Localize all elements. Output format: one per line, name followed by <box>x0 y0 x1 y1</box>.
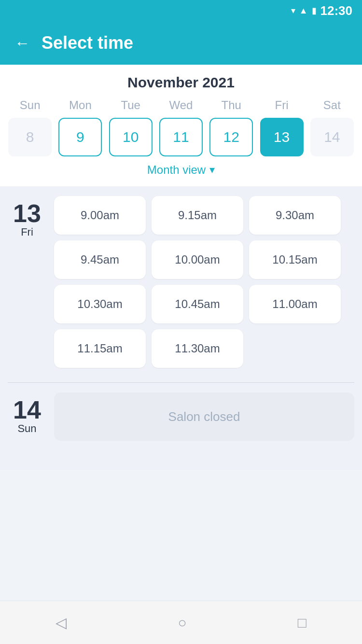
weekday-row: Sun Mon Tue Wed Thu Fri Sat <box>0 98 362 112</box>
weekday-sat: Sat <box>310 98 354 112</box>
calendar-section: November 2021 Sun Mon Tue Wed Thu Fri Sa… <box>0 65 362 186</box>
weekday-wed: Wed <box>159 98 203 112</box>
header: ← Select time <box>0 21 362 65</box>
day-label-14: 14 Sun <box>8 392 46 435</box>
day-name-14: Sun <box>8 422 46 435</box>
slot-10-15am[interactable]: 10.15am <box>249 240 341 279</box>
slot-9-45am[interactable]: 9.45am <box>54 240 146 279</box>
closed-text-14: Salon closed <box>168 409 240 424</box>
wifi-icon: ▾ <box>291 5 295 16</box>
day-number-14: 14 <box>8 397 46 422</box>
dates-row: 8 9 10 11 12 13 14 <box>0 118 362 156</box>
slot-10-30am[interactable]: 10.30am <box>54 285 146 323</box>
month-view-label[interactable]: Month view <box>147 163 206 177</box>
day-block-13: 13 Fri 9.00am 9.15am 9.30am 9.45am 10.00… <box>8 196 354 368</box>
divider <box>8 382 354 383</box>
slot-11-30am[interactable]: 11.30am <box>152 329 243 368</box>
timeslots-section: 13 Fri 9.00am 9.15am 9.30am 9.45am 10.00… <box>0 186 362 470</box>
status-time: 12:30 <box>320 3 353 18</box>
slot-11-15am[interactable]: 11.15am <box>54 329 146 368</box>
nav-back-icon[interactable]: ◁ <box>56 614 67 631</box>
slot-10-45am[interactable]: 10.45am <box>152 285 243 323</box>
weekday-tue: Tue <box>109 98 153 112</box>
weekday-sun: Sun <box>8 98 52 112</box>
month-view-row[interactable]: Month view ▾ <box>0 163 362 179</box>
nav-home-icon[interactable]: ○ <box>178 615 186 631</box>
signal-icon: ▲ <box>299 6 308 16</box>
slot-11-00am[interactable]: 11.00am <box>249 285 341 323</box>
date-8[interactable]: 8 <box>8 118 52 156</box>
page-title: Select time <box>42 33 133 53</box>
slot-10-00am[interactable]: 10.00am <box>152 240 243 279</box>
battery-icon: ▮ <box>312 5 317 16</box>
date-13[interactable]: 13 <box>260 118 304 156</box>
day-label-13: 13 Fri <box>8 196 46 238</box>
day-number-13: 13 <box>8 201 46 226</box>
status-bar: ▾ ▲ ▮ 12:30 <box>0 0 362 21</box>
date-10[interactable]: 10 <box>109 118 153 156</box>
month-year-label: November 2021 <box>0 74 362 91</box>
nav-recent-icon[interactable]: □ <box>298 615 306 631</box>
date-12[interactable]: 12 <box>209 118 253 156</box>
date-9[interactable]: 9 <box>58 118 102 156</box>
bottom-nav: ◁ ○ □ <box>0 601 362 644</box>
weekday-thu: Thu <box>209 98 253 112</box>
weekday-fri: Fri <box>260 98 304 112</box>
day-block-14: 14 Sun Salon closed <box>8 392 354 441</box>
date-14[interactable]: 14 <box>310 118 354 156</box>
slot-9-15am[interactable]: 9.15am <box>152 196 243 235</box>
closed-block-14: Salon closed <box>54 392 354 441</box>
weekday-mon: Mon <box>58 98 102 112</box>
day-name-13: Fri <box>8 226 46 238</box>
back-button[interactable]: ← <box>14 34 30 52</box>
slot-9-00am[interactable]: 9.00am <box>54 196 146 235</box>
date-11[interactable]: 11 <box>159 118 203 156</box>
slots-grid-13: 9.00am 9.15am 9.30am 9.45am 10.00am 10.1… <box>54 196 354 368</box>
slot-9-30am[interactable]: 9.30am <box>249 196 341 235</box>
chevron-down-icon[interactable]: ▾ <box>209 164 215 176</box>
